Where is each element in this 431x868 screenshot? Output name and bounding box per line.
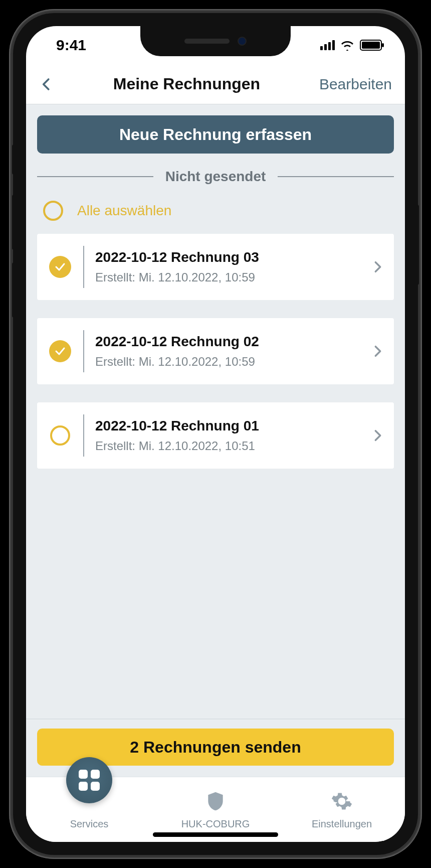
tab-settings[interactable]: Einstellungen <box>279 777 405 842</box>
invoice-subtitle: Erstellt: Mi. 12.10.2022, 10:51 <box>95 439 371 453</box>
chevron-right-icon <box>371 428 385 443</box>
divider <box>83 414 84 457</box>
back-icon[interactable] <box>39 77 54 92</box>
check-icon <box>54 345 66 357</box>
chevron-right-icon <box>371 344 385 358</box>
page-title: Meine Rechnungen <box>54 75 319 93</box>
check-icon <box>54 261 66 273</box>
invoice-title: 2022-10-12 Rechnung 02 <box>95 334 371 350</box>
battery-icon <box>360 40 382 51</box>
screen: 9:41 Meine Rechnungen Bearbeiten Neue Re… <box>26 26 405 842</box>
home-indicator[interactable] <box>153 832 278 837</box>
select-all-row[interactable]: Alle auswählen <box>37 195 394 234</box>
content-area: Neue Rechnung erfassen Nicht gesendet Al… <box>26 104 405 718</box>
invoice-checkbox-unchecked[interactable] <box>50 425 70 446</box>
tab-label-huk: HUK-COBURG <box>181 818 250 830</box>
gear-icon <box>331 790 353 812</box>
section-unsent-header: Nicht gesendet <box>37 169 394 185</box>
edit-button[interactable]: Bearbeiten <box>319 76 392 93</box>
invoice-subtitle: Erstellt: Mi. 12.10.2022, 10:59 <box>95 270 371 284</box>
invoice-checkbox-checked[interactable] <box>49 340 71 362</box>
invoice-row[interactable]: 2022-10-12 Rechnung 02 Erstellt: Mi. 12.… <box>37 318 394 384</box>
invoice-checkbox-checked[interactable] <box>49 256 71 278</box>
select-all-label: Alle auswählen <box>77 203 171 219</box>
tab-label-services: Services <box>70 818 109 830</box>
tab-label-settings: Einstellungen <box>312 818 372 830</box>
status-time: 9:41 <box>56 37 86 54</box>
shield-icon <box>204 790 227 812</box>
device-notch <box>140 26 291 56</box>
wifi-icon <box>340 40 355 51</box>
divider <box>83 330 84 372</box>
invoice-row[interactable]: 2022-10-12 Rechnung 03 Erstellt: Mi. 12.… <box>37 234 394 300</box>
new-invoice-button[interactable]: Neue Rechnung erfassen <box>37 115 394 154</box>
nav-header: Meine Rechnungen Bearbeiten <box>26 64 405 104</box>
invoice-subtitle: Erstellt: Mi. 12.10.2022, 10:59 <box>95 355 371 369</box>
divider <box>83 246 84 288</box>
services-fab[interactable] <box>66 757 112 803</box>
phone-frame: 9:41 Meine Rechnungen Bearbeiten Neue Re… <box>9 9 422 859</box>
select-all-checkbox[interactable] <box>43 201 63 221</box>
chevron-right-icon <box>371 260 385 274</box>
invoice-title: 2022-10-12 Rechnung 03 <box>95 249 371 265</box>
invoice-row[interactable]: 2022-10-12 Rechnung 01 Erstellt: Mi. 12.… <box>37 402 394 469</box>
section-unsent-label: Nicht gesendet <box>153 169 278 185</box>
grid-icon <box>79 770 100 791</box>
cellular-icon <box>320 40 335 50</box>
invoice-title: 2022-10-12 Rechnung 01 <box>95 418 371 434</box>
